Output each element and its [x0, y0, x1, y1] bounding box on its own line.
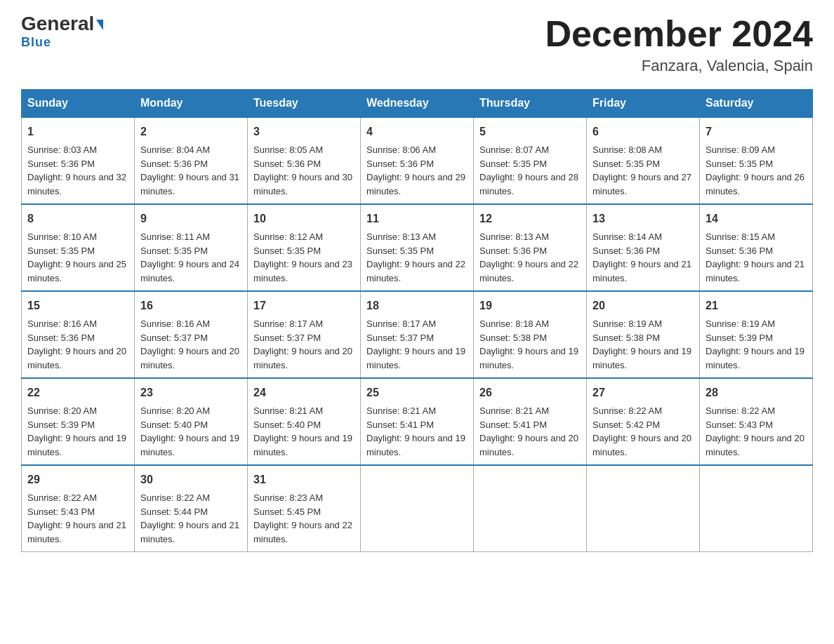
day-number: 11 — [366, 210, 468, 227]
day-number: 7 — [706, 123, 807, 140]
day-number: 5 — [479, 123, 581, 140]
day-info: Sunrise: 8:04 AMSunset: 5:36 PMDaylight:… — [140, 145, 239, 196]
day-info: Sunrise: 8:22 AMSunset: 5:43 PMDaylight:… — [27, 492, 126, 544]
calendar-cell: 13 Sunrise: 8:14 AMSunset: 5:36 PMDaylig… — [587, 204, 700, 291]
page-header: General Blue December 2024 Fanzara, Vale… — [21, 14, 813, 75]
calendar-cell — [587, 465, 700, 552]
calendar-cell — [700, 465, 813, 552]
day-number: 25 — [366, 384, 468, 401]
calendar-body: 1 Sunrise: 8:03 AMSunset: 5:36 PMDayligh… — [22, 117, 813, 552]
day-info: Sunrise: 8:03 AMSunset: 5:36 PMDaylight:… — [27, 145, 126, 196]
calendar-subtitle: Fanzara, Valencia, Spain — [545, 57, 813, 75]
day-info: Sunrise: 8:14 AMSunset: 5:36 PMDaylight:… — [593, 232, 691, 283]
day-info: Sunrise: 8:22 AMSunset: 5:42 PMDaylight:… — [593, 405, 691, 457]
calendar-cell: 15 Sunrise: 8:16 AMSunset: 5:36 PMDaylig… — [22, 291, 135, 378]
day-info: Sunrise: 8:17 AMSunset: 5:37 PMDaylight:… — [253, 318, 352, 370]
day-number: 3 — [253, 123, 355, 140]
day-info: Sunrise: 8:21 AMSunset: 5:41 PMDaylight:… — [366, 405, 465, 457]
calendar-cell: 12 Sunrise: 8:13 AMSunset: 5:36 PMDaylig… — [474, 204, 587, 291]
calendar-cell: 19 Sunrise: 8:18 AMSunset: 5:38 PMDaylig… — [474, 291, 587, 378]
calendar-cell: 25 Sunrise: 8:21 AMSunset: 5:41 PMDaylig… — [361, 378, 474, 465]
calendar-cell: 18 Sunrise: 8:17 AMSunset: 5:37 PMDaylig… — [361, 291, 474, 378]
logo-blue: Blue — [21, 35, 51, 50]
day-info: Sunrise: 8:16 AMSunset: 5:37 PMDaylight:… — [140, 318, 239, 370]
day-info: Sunrise: 8:15 AMSunset: 5:36 PMDaylight:… — [706, 232, 805, 283]
day-number: 16 — [140, 297, 241, 314]
day-info: Sunrise: 8:16 AMSunset: 5:36 PMDaylight:… — [27, 318, 126, 370]
day-number: 8 — [27, 210, 128, 227]
calendar-cell: 23 Sunrise: 8:20 AMSunset: 5:40 PMDaylig… — [135, 378, 248, 465]
calendar-cell: 17 Sunrise: 8:17 AMSunset: 5:37 PMDaylig… — [248, 291, 361, 378]
day-info: Sunrise: 8:20 AMSunset: 5:40 PMDaylight:… — [140, 405, 239, 457]
day-number: 9 — [140, 210, 241, 227]
calendar-cell: 21 Sunrise: 8:19 AMSunset: 5:39 PMDaylig… — [700, 291, 813, 378]
calendar-cell: 30 Sunrise: 8:22 AMSunset: 5:44 PMDaylig… — [135, 465, 248, 552]
day-info: Sunrise: 8:12 AMSunset: 5:35 PMDaylight:… — [253, 232, 352, 283]
col-monday: Monday — [135, 90, 248, 118]
day-info: Sunrise: 8:23 AMSunset: 5:45 PMDaylight:… — [253, 492, 352, 544]
calendar-cell: 4 Sunrise: 8:06 AMSunset: 5:36 PMDayligh… — [361, 117, 474, 204]
day-info: Sunrise: 8:19 AMSunset: 5:38 PMDaylight:… — [593, 318, 691, 370]
calendar-cell: 5 Sunrise: 8:07 AMSunset: 5:35 PMDayligh… — [474, 117, 587, 204]
calendar-cell: 27 Sunrise: 8:22 AMSunset: 5:42 PMDaylig… — [587, 378, 700, 465]
calendar-title: December 2024 — [545, 14, 813, 54]
day-number: 15 — [27, 297, 128, 314]
calendar-cell: 6 Sunrise: 8:08 AMSunset: 5:35 PMDayligh… — [587, 117, 700, 204]
title-block: December 2024 Fanzara, Valencia, Spain — [545, 14, 813, 75]
calendar-cell: 9 Sunrise: 8:11 AMSunset: 5:35 PMDayligh… — [135, 204, 248, 291]
col-friday: Friday — [587, 90, 700, 118]
col-thursday: Thursday — [474, 90, 587, 118]
calendar-table: Sunday Monday Tuesday Wednesday Thursday… — [21, 89, 813, 552]
day-info: Sunrise: 8:09 AMSunset: 5:35 PMDaylight:… — [706, 145, 805, 196]
calendar-header-row: Sunday Monday Tuesday Wednesday Thursday… — [22, 90, 813, 118]
day-info: Sunrise: 8:06 AMSunset: 5:36 PMDaylight:… — [366, 145, 465, 196]
day-info: Sunrise: 8:11 AMSunset: 5:35 PMDaylight:… — [140, 232, 239, 283]
calendar-cell: 8 Sunrise: 8:10 AMSunset: 5:35 PMDayligh… — [22, 204, 135, 291]
logo: General Blue — [21, 14, 103, 50]
day-info: Sunrise: 8:21 AMSunset: 5:41 PMDaylight:… — [479, 405, 578, 457]
day-number: 29 — [27, 471, 128, 488]
day-number: 21 — [706, 297, 807, 314]
day-number: 27 — [593, 384, 694, 401]
day-number: 2 — [140, 123, 241, 140]
day-number: 28 — [706, 384, 807, 401]
day-number: 30 — [140, 471, 241, 488]
col-saturday: Saturday — [700, 90, 813, 118]
calendar-cell: 29 Sunrise: 8:22 AMSunset: 5:43 PMDaylig… — [22, 465, 135, 552]
day-info: Sunrise: 8:13 AMSunset: 5:35 PMDaylight:… — [366, 232, 465, 283]
calendar-cell: 24 Sunrise: 8:21 AMSunset: 5:40 PMDaylig… — [248, 378, 361, 465]
day-info: Sunrise: 8:18 AMSunset: 5:38 PMDaylight:… — [479, 318, 578, 370]
calendar-cell: 20 Sunrise: 8:19 AMSunset: 5:38 PMDaylig… — [587, 291, 700, 378]
calendar-cell — [361, 465, 474, 552]
calendar-cell: 7 Sunrise: 8:09 AMSunset: 5:35 PMDayligh… — [700, 117, 813, 204]
day-number: 26 — [479, 384, 581, 401]
calendar-cell: 22 Sunrise: 8:20 AMSunset: 5:39 PMDaylig… — [22, 378, 135, 465]
day-info: Sunrise: 8:20 AMSunset: 5:39 PMDaylight:… — [27, 405, 126, 457]
calendar-week-1: 1 Sunrise: 8:03 AMSunset: 5:36 PMDayligh… — [22, 117, 813, 204]
calendar-cell — [474, 465, 587, 552]
calendar-cell: 2 Sunrise: 8:04 AMSunset: 5:36 PMDayligh… — [135, 117, 248, 204]
day-number: 4 — [366, 123, 468, 140]
day-info: Sunrise: 8:05 AMSunset: 5:36 PMDaylight:… — [253, 145, 352, 196]
calendar-cell: 16 Sunrise: 8:16 AMSunset: 5:37 PMDaylig… — [135, 291, 248, 378]
calendar-cell: 3 Sunrise: 8:05 AMSunset: 5:36 PMDayligh… — [248, 117, 361, 204]
day-info: Sunrise: 8:22 AMSunset: 5:44 PMDaylight:… — [140, 492, 239, 544]
logo-text: General — [21, 14, 103, 34]
day-number: 20 — [593, 297, 694, 314]
calendar-week-3: 15 Sunrise: 8:16 AMSunset: 5:36 PMDaylig… — [22, 291, 813, 378]
day-info: Sunrise: 8:17 AMSunset: 5:37 PMDaylight:… — [366, 318, 465, 370]
day-info: Sunrise: 8:13 AMSunset: 5:36 PMDaylight:… — [479, 232, 578, 283]
calendar-cell: 28 Sunrise: 8:22 AMSunset: 5:43 PMDaylig… — [700, 378, 813, 465]
day-info: Sunrise: 8:22 AMSunset: 5:43 PMDaylight:… — [706, 405, 805, 457]
day-number: 22 — [27, 384, 128, 401]
calendar-week-5: 29 Sunrise: 8:22 AMSunset: 5:43 PMDaylig… — [22, 465, 813, 552]
day-info: Sunrise: 8:08 AMSunset: 5:35 PMDaylight:… — [593, 145, 691, 196]
calendar-week-4: 22 Sunrise: 8:20 AMSunset: 5:39 PMDaylig… — [22, 378, 813, 465]
day-number: 13 — [593, 210, 694, 227]
day-info: Sunrise: 8:10 AMSunset: 5:35 PMDaylight:… — [27, 232, 126, 283]
day-number: 23 — [140, 384, 241, 401]
day-number: 31 — [253, 471, 355, 488]
day-number: 24 — [253, 384, 355, 401]
calendar-cell: 31 Sunrise: 8:23 AMSunset: 5:45 PMDaylig… — [248, 465, 361, 552]
calendar-week-2: 8 Sunrise: 8:10 AMSunset: 5:35 PMDayligh… — [22, 204, 813, 291]
